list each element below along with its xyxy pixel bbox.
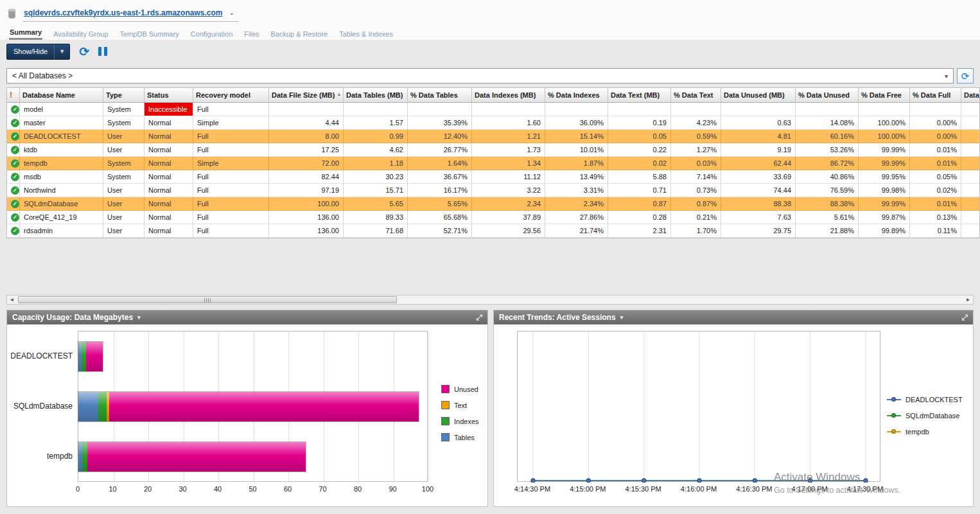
cell-value: 1.21 [472,130,545,143]
table-row[interactable]: ✓NorthwindUserNormalFull97.1915.7116.17%… [7,184,980,197]
column-header[interactable]: Database Name [20,88,103,103]
server-selector[interactable]: sqldevrds.czvftek9yrdx.us-east-1.rds.ama… [22,6,238,22]
table-row[interactable]: ✓DEADLOCKTESTUserNormalFull8.000.9912.40… [7,130,980,143]
cell-database-name: Northwind [20,184,103,197]
cell-value: 0.87% [671,197,721,211]
legend-label: Indexes [454,418,479,425]
alert-column-header: ! [7,88,20,103]
cell-value: 5.65% [408,197,472,211]
expand-icon[interactable]: ⤢ [476,313,482,322]
scroll-left-arrow[interactable]: ◄ [7,296,17,304]
cell-value: 26.77% [408,143,472,157]
column-header[interactable]: % Data Text [671,88,721,103]
time-tick-label: 4:16:30 PM [728,485,780,493]
cell-recovery-model: Full [193,170,269,184]
scrollbar-thumb[interactable] [18,296,397,303]
column-header[interactable]: Data Tables (MB) [344,88,408,103]
cell-recovery-model: Full [193,130,269,143]
legend-label: Text [454,402,467,409]
tab-files[interactable]: Files [243,28,259,40]
table-row[interactable]: ✓ktdbUserNormalFull17.254.6226.77%1.7310… [7,143,980,157]
column-header[interactable]: % Data Indexes [545,88,608,103]
tab-tempdb-summary[interactable]: TempDB Summary [119,28,180,40]
cell-value: 4.81 [721,130,796,143]
column-header[interactable]: Status [144,88,193,103]
table-row[interactable]: ✓modelSystemInaccessibleFull [7,103,980,116]
table-row[interactable]: ✓msdbSystemNormalFull82.4430.2336.67%11.… [7,170,980,184]
legend-item-sqldmdatabase: SQLdmDatabase [887,407,963,423]
column-header[interactable]: Type [103,88,144,103]
cell-value: 0.13% [910,211,961,224]
cell-recovery-model: Simple [193,116,269,130]
cell-cut [961,224,980,238]
cell-value: 1.73 [472,143,545,157]
column-header[interactable]: Data Unused (MB) [721,88,796,103]
column-header[interactable]: Data Text (MB) [608,88,671,103]
cell-type: User [103,224,144,238]
category-label: SQLdmDatabase [7,402,73,411]
cell-database-name: rdsadmin [20,224,103,238]
cell-cut [961,197,980,211]
cell-value [545,103,608,116]
tab-summary[interactable]: Summary [9,26,42,40]
table-row[interactable]: ✓masterSystemNormalSimple4.441.5735.39%1… [7,116,980,130]
column-header[interactable]: % Data Tables [408,88,472,103]
column-header[interactable]: % Data Full [910,88,961,103]
table-row[interactable]: ✓SQLdmDatabaseUserNormalFull100.005.655.… [7,197,980,211]
cell-value: 1.70% [671,224,721,238]
refresh-icon[interactable]: ⟳ [79,46,89,58]
cell-value: 29.56 [472,224,545,238]
cell-value [608,103,671,116]
show-hide-button[interactable]: Show/Hide ▼ [6,44,70,60]
cell-value: 99.95% [859,170,910,184]
time-tick-label: 4:15:00 PM [562,485,613,493]
cell-database-name: SQLdmDatabase [20,197,103,211]
legend-label: Tables [454,434,475,441]
cell-value [796,103,859,116]
trends-panel-header: Recent Trends: Active Sessions ▾ ⤢ [494,310,973,324]
column-header[interactable]: Data File Size (MB)▲ [269,88,344,103]
column-header[interactable]: Data [961,88,980,103]
scroll-right-arrow[interactable]: ► [963,296,973,304]
pause-icon[interactable] [98,47,107,56]
filter-refresh-button[interactable]: ⟳ [957,68,974,84]
bar-sqldmdatabase [78,392,419,421]
legend-label: DEADLOCKTEST [906,396,963,403]
tab-availability-group[interactable]: Availability Group [53,28,109,40]
column-header[interactable]: Data Indexes (MB) [472,88,545,103]
column-header[interactable]: % Data Free [859,88,910,103]
cell-recovery-model: Full [193,143,269,157]
chart-menu-dropdown-icon[interactable]: ▾ [137,314,141,321]
tab-tables-indexes[interactable]: Tables & Indexes [338,28,394,40]
chart-menu-dropdown-icon[interactable]: ▾ [620,314,624,321]
table-row[interactable]: ✓rdsadminUserNormalFull136.0071.6852.71%… [7,224,980,238]
tab-configuration[interactable]: Configuration [190,28,233,40]
cell-value: 35.39% [408,116,472,130]
cell-value: 0.71 [608,184,671,197]
legend-label: tempdb [906,428,929,436]
cell-value: 88.38 [721,197,796,211]
x-tick-label: 40 [208,485,227,493]
column-header[interactable]: % Data Unused [796,88,859,103]
column-header[interactable]: Recovery model [193,88,269,103]
horizontal-scrollbar[interactable]: ◄ ► [6,295,974,305]
cell-value: 2.31 [608,224,671,238]
database-filter-select[interactable]: < All Databases > ▾ [6,68,954,84]
tab-backup-restore[interactable]: Backup & Restore [270,28,329,40]
cell-cut [961,170,980,184]
ok-status-icon: ✓ [11,132,19,141]
table-row[interactable]: ✓tempdbSystemNormalSimple72.001.181.64%1… [7,157,980,170]
table-row[interactable]: ✓CoreQE_412_19UserNormalFull136.0089.336… [7,211,980,224]
segment-unused [87,442,306,472]
x-tick-label: 80 [348,485,367,493]
cell-value: 30.23 [344,170,408,184]
trends-chart: 4:14:30 PM4:15:00 PM4:15:30 PM4:16:00 PM… [494,324,973,506]
expand-icon[interactable]: ⤢ [961,313,968,322]
cell-recovery-model: Full [193,224,269,238]
toolbar: Show/Hide ▼ ⟳ [0,40,980,63]
segment-unused [86,342,103,371]
cell-value: 3.31% [545,184,608,197]
cell-value: 11.12 [472,170,545,184]
ok-status-icon: ✓ [11,200,19,208]
capacity-plot-area [78,331,428,482]
